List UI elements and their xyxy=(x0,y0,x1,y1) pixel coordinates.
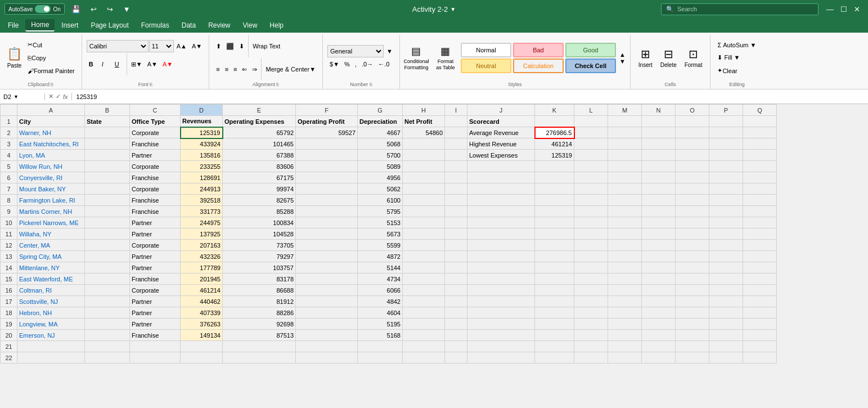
table-cell[interactable] xyxy=(574,228,608,240)
col-header-e[interactable]: E xyxy=(223,105,296,116)
row-header-9[interactable]: 9 xyxy=(1,206,17,217)
table-cell[interactable] xyxy=(574,183,608,195)
insert-button[interactable]: ⊞ Insert xyxy=(635,42,656,74)
table-cell[interactable] xyxy=(403,183,445,195)
table-cell[interactable]: Scottsville, NJ xyxy=(17,296,85,307)
table-cell[interactable] xyxy=(467,262,535,274)
table-cell[interactable] xyxy=(642,206,676,217)
table-cell[interactable]: 73705 xyxy=(223,240,296,251)
table-cell[interactable] xyxy=(445,228,467,240)
table-cell[interactable] xyxy=(642,251,676,262)
col-header-i[interactable]: I xyxy=(445,105,467,116)
table-cell[interactable] xyxy=(535,172,574,183)
table-cell[interactable] xyxy=(676,217,709,228)
table-cell[interactable] xyxy=(296,195,358,206)
table-cell[interactable]: 440462 xyxy=(181,296,223,307)
table-cell[interactable]: Depreciation xyxy=(358,116,403,127)
table-cell[interactable] xyxy=(642,240,676,251)
table-cell[interactable] xyxy=(574,330,608,341)
table-cell[interactable] xyxy=(467,296,535,307)
delete-button[interactable]: ⊟ Delete xyxy=(657,42,680,74)
table-cell[interactable] xyxy=(642,138,676,150)
increase-font-button[interactable]: A▲ xyxy=(174,40,189,52)
table-cell[interactable]: Operating Expenses xyxy=(223,116,296,127)
table-cell[interactable] xyxy=(642,217,676,228)
table-cell[interactable]: 5673 xyxy=(358,228,403,240)
table-cell[interactable] xyxy=(574,195,608,206)
menu-file[interactable]: File xyxy=(2,20,24,31)
table-cell[interactable] xyxy=(709,307,743,319)
table-cell[interactable] xyxy=(574,172,608,183)
table-cell[interactable] xyxy=(743,319,777,330)
col-header-g[interactable]: G xyxy=(358,105,403,116)
table-cell[interactable] xyxy=(574,138,608,150)
table-cell[interactable] xyxy=(574,251,608,262)
table-cell[interactable] xyxy=(743,195,777,206)
table-cell[interactable] xyxy=(676,127,709,138)
table-cell[interactable] xyxy=(608,150,642,161)
table-cell[interactable] xyxy=(296,172,358,183)
menu-page-layout[interactable]: Page Layout xyxy=(85,20,134,31)
table-cell[interactable]: 128691 xyxy=(181,172,223,183)
table-cell[interactable] xyxy=(535,341,574,352)
table-cell[interactable] xyxy=(403,228,445,240)
table-cell[interactable] xyxy=(223,341,296,352)
table-cell[interactable] xyxy=(574,116,608,127)
table-cell[interactable] xyxy=(676,262,709,274)
table-cell[interactable]: 125319 xyxy=(535,150,574,161)
table-cell[interactable]: Franchise xyxy=(130,195,181,206)
col-header-m[interactable]: M xyxy=(608,105,642,116)
table-cell[interactable] xyxy=(676,183,709,195)
table-cell[interactable]: Franchise xyxy=(130,206,181,217)
table-cell[interactable]: 5700 xyxy=(358,150,403,161)
autosave-toggle[interactable] xyxy=(35,5,51,13)
table-cell[interactable] xyxy=(403,285,445,296)
table-cell[interactable]: Conyersville, RI xyxy=(17,172,85,183)
table-cell[interactable]: Franchise xyxy=(130,138,181,150)
table-cell[interactable] xyxy=(574,206,608,217)
table-cell[interactable]: Net Profit xyxy=(403,116,445,127)
style-normal[interactable]: Normal xyxy=(461,43,511,57)
table-cell[interactable] xyxy=(445,172,467,183)
table-cell[interactable] xyxy=(574,161,608,172)
table-cell[interactable] xyxy=(296,240,358,251)
table-cell[interactable]: 244913 xyxy=(181,183,223,195)
style-good[interactable]: Good xyxy=(565,43,616,57)
table-cell[interactable] xyxy=(296,296,358,307)
table-cell[interactable] xyxy=(403,251,445,262)
table-cell[interactable] xyxy=(445,150,467,161)
table-cell[interactable] xyxy=(709,319,743,330)
table-cell[interactable]: 88286 xyxy=(223,307,296,319)
table-cell[interactable] xyxy=(296,341,358,352)
format-table-button[interactable]: ▦ Format as Table xyxy=(431,42,460,74)
row-header-17[interactable]: 17 xyxy=(1,296,17,307)
table-cell[interactable] xyxy=(642,228,676,240)
table-cell[interactable]: 461214 xyxy=(535,138,574,150)
table-cell[interactable] xyxy=(642,161,676,172)
cancel-formula-icon[interactable]: ✕ xyxy=(48,93,53,100)
table-cell[interactable] xyxy=(403,161,445,172)
table-cell[interactable] xyxy=(85,319,130,330)
table-cell[interactable] xyxy=(535,240,574,251)
autosave-badge[interactable]: AutoSave On xyxy=(5,3,65,15)
table-cell[interactable] xyxy=(445,251,467,262)
table-cell[interactable]: 461214 xyxy=(181,285,223,296)
table-cell[interactable] xyxy=(467,161,535,172)
table-cell[interactable] xyxy=(709,172,743,183)
table-cell[interactable] xyxy=(743,251,777,262)
table-cell[interactable] xyxy=(574,217,608,228)
table-cell[interactable]: Center, MA xyxy=(17,240,85,251)
sheet-area[interactable]: A B C D E F G H I J K L M N O P Q xyxy=(0,104,868,408)
table-cell[interactable]: Corporate xyxy=(130,127,181,138)
table-cell[interactable]: 4604 xyxy=(358,307,403,319)
row-header-5[interactable]: 5 xyxy=(1,161,17,172)
fill-color-button[interactable]: A▼ xyxy=(145,58,160,70)
table-cell[interactable] xyxy=(445,206,467,217)
style-calculation[interactable]: Calculation xyxy=(513,59,564,73)
table-cell[interactable] xyxy=(17,352,85,364)
table-cell[interactable] xyxy=(608,285,642,296)
table-cell[interactable] xyxy=(445,240,467,251)
table-cell[interactable] xyxy=(403,352,445,364)
table-cell[interactable]: 5795 xyxy=(358,206,403,217)
table-cell[interactable]: 244975 xyxy=(181,217,223,228)
